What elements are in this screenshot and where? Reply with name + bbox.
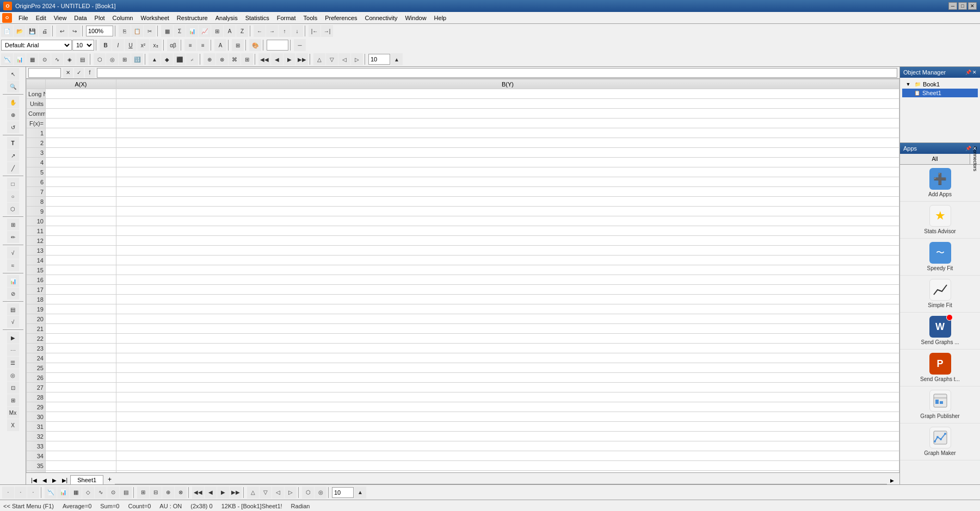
bottom-size-input[interactable] xyxy=(332,487,354,498)
superscript-button[interactable]: x² xyxy=(137,39,149,51)
app-stats-advisor[interactable]: ★ Stats Advisor xyxy=(900,202,980,239)
edit-btn-1[interactable]: ⊕ xyxy=(204,53,215,65)
fit-tool[interactable]: ≈ xyxy=(7,259,19,271)
polygon-tool[interactable]: ⬡ xyxy=(7,203,19,215)
cell-b[interactable] xyxy=(116,422,899,432)
undo-button[interactable]: ↩ xyxy=(56,25,68,37)
print-button[interactable]: 🖨 xyxy=(39,25,51,37)
app-simple-fit[interactable]: Simple Fit xyxy=(900,276,980,313)
cell-a[interactable] xyxy=(46,432,116,441)
menu-view[interactable]: View xyxy=(51,14,70,22)
cell-b[interactable] xyxy=(116,226,899,236)
edit-btn-2[interactable]: ⊗ xyxy=(216,53,228,65)
cell-b[interactable] xyxy=(116,324,899,334)
cell-a[interactable] xyxy=(46,167,116,177)
meta-a-longname[interactable] xyxy=(46,89,116,99)
save-button[interactable]: 💾 xyxy=(26,25,38,37)
plot-btn-7[interactable]: ▤ xyxy=(76,53,88,65)
cell-a[interactable] xyxy=(46,207,116,216)
cell-b[interactable] xyxy=(116,295,899,304)
cell-b[interactable] xyxy=(116,148,899,158)
cell-reference-input[interactable] xyxy=(28,68,61,78)
cell-a[interactable] xyxy=(46,324,116,334)
cell-a[interactable] xyxy=(46,187,116,197)
col-header-b[interactable]: B(Y) xyxy=(116,79,899,89)
bt-btn-12[interactable]: ⊟ xyxy=(150,487,162,498)
cell-a[interactable] xyxy=(46,422,116,432)
cell-a[interactable] xyxy=(46,256,116,265)
cell-a[interactable] xyxy=(46,471,116,473)
rotate-tool[interactable]: ↺ xyxy=(7,121,19,133)
fill-color-button[interactable]: 🎨 xyxy=(249,39,261,51)
menu-data[interactable]: Data xyxy=(71,14,90,22)
cell-a[interactable] xyxy=(46,275,116,285)
pointer-tool[interactable]: ↖ xyxy=(7,68,19,80)
underline-button[interactable]: U xyxy=(125,39,137,51)
meta-b-comments[interactable] xyxy=(116,109,899,119)
freehand-tool[interactable]: ✏ xyxy=(7,231,19,243)
tb-btn-8[interactable]: ← xyxy=(254,25,266,37)
nav-btn-4[interactable]: ▶▶ xyxy=(296,53,308,65)
menu-tools[interactable]: Tools xyxy=(300,14,321,22)
cell-b[interactable] xyxy=(116,138,899,148)
app-graph-publisher[interactable]: Graph Publisher xyxy=(900,387,980,423)
plot-btn-14[interactable]: ⬛ xyxy=(174,53,186,65)
cell-b[interactable] xyxy=(116,177,899,187)
list-tool[interactable]: ☰ xyxy=(7,357,19,369)
bt-btn-20[interactable]: ▽ xyxy=(260,487,272,498)
cell-b[interactable] xyxy=(116,461,899,471)
rect-tool[interactable]: □ xyxy=(7,178,19,190)
menu-analysis[interactable]: Analysis xyxy=(212,14,241,22)
bt-btn-5[interactable]: 📊 xyxy=(57,487,69,498)
bt-btn-10[interactable]: ▤ xyxy=(120,487,132,498)
minimize-button[interactable]: ─ xyxy=(948,2,957,10)
pan-tool[interactable]: ✋ xyxy=(7,96,19,108)
tb-btn-5[interactable]: ⊞ xyxy=(211,25,223,37)
tab-nav-next[interactable]: ▶ xyxy=(50,476,59,484)
cell-a[interactable] xyxy=(46,295,116,304)
add-sheet-button[interactable]: + xyxy=(104,475,115,484)
scale-tool[interactable]: ⊕ xyxy=(7,109,19,121)
table-tool[interactable]: ▤ xyxy=(7,303,19,315)
cell-a[interactable] xyxy=(46,363,116,373)
cell-a[interactable] xyxy=(46,441,116,451)
nav-btn-2[interactable]: ◀ xyxy=(271,53,283,65)
bt-btn-24[interactable]: ◎ xyxy=(315,487,326,498)
bt-btn-17[interactable]: ▶ xyxy=(217,487,229,498)
paste-button[interactable]: 📋 xyxy=(131,25,143,37)
bt-btn-11[interactable]: ⊞ xyxy=(137,487,149,498)
extra-tool-1[interactable]: Mx xyxy=(7,407,19,419)
cell-b[interactable] xyxy=(116,432,899,441)
subscript-button[interactable]: x₂ xyxy=(150,39,162,51)
tb-btn-10[interactable]: ↑ xyxy=(279,25,291,37)
cell-b[interactable] xyxy=(116,246,899,256)
menu-help[interactable]: Help xyxy=(431,14,450,22)
cell-b[interactable] xyxy=(116,373,899,383)
menu-edit[interactable]: Edit xyxy=(33,14,50,22)
bt-btn-4[interactable]: 📉 xyxy=(45,487,57,498)
plot-btn-5[interactable]: ∿ xyxy=(51,53,63,65)
bt-btn-22[interactable]: ▷ xyxy=(285,487,297,498)
cell-a[interactable] xyxy=(46,246,116,256)
close-button[interactable]: ✕ xyxy=(968,2,977,10)
font-name-select[interactable]: Default: Arial xyxy=(1,40,72,51)
cell-b[interactable] xyxy=(116,383,899,392)
plot-btn-2[interactable]: 📊 xyxy=(14,53,26,65)
cell-b[interactable] xyxy=(116,216,899,226)
tab-nav-last[interactable]: ▶| xyxy=(59,476,71,484)
cell-b[interactable] xyxy=(116,353,899,363)
cell-a[interactable] xyxy=(46,197,116,207)
tb-btn-11[interactable]: ↓ xyxy=(291,25,303,37)
redo-button[interactable]: ↪ xyxy=(69,25,81,37)
cell-b[interactable] xyxy=(116,402,899,412)
collapse-left[interactable]: ⋯ xyxy=(7,344,19,356)
meta-b-units[interactable] xyxy=(116,99,899,109)
tb-btn-3[interactable]: 📊 xyxy=(186,25,198,37)
cell-a[interactable] xyxy=(46,392,116,402)
plot-btn-11[interactable]: 🔢 xyxy=(131,53,143,65)
bt-btn-6[interactable]: ▦ xyxy=(70,487,82,498)
scroll-right-button[interactable]: ▶ xyxy=(887,477,897,484)
align-center-button[interactable]: ≡ xyxy=(197,39,209,51)
app-send-graphs-ppt[interactable]: P Send Graphs t... xyxy=(900,350,980,387)
cell-b[interactable] xyxy=(116,128,899,138)
